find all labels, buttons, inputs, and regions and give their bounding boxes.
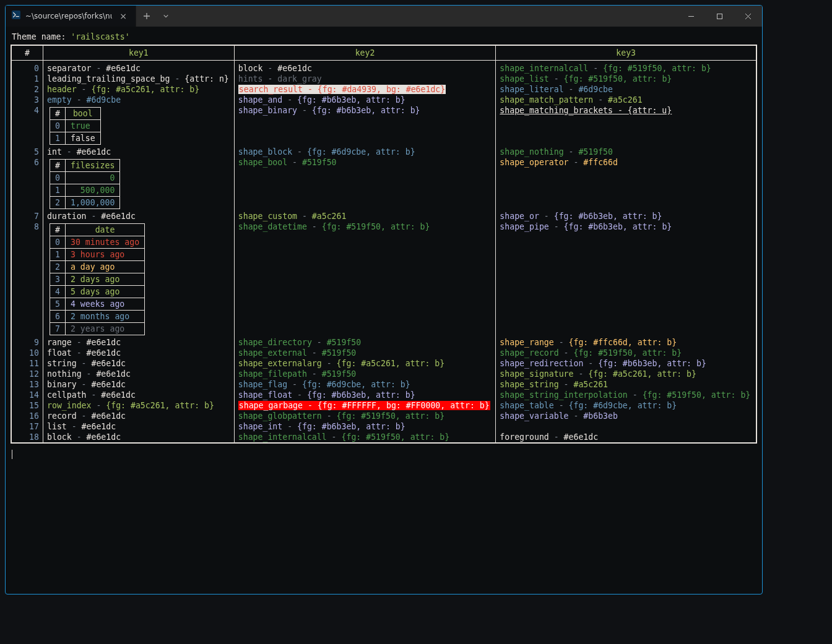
tab-active[interactable]: ~\source\repos\forks\nu_scrip × xyxy=(6,6,136,27)
col-key2: key2 xyxy=(234,45,496,61)
table-row: 13binary - #e6e1dcshape_flag - {fg: #6d9… xyxy=(11,379,756,390)
table-row: 10float - #e6e1dcshape_external - #519f5… xyxy=(11,348,756,358)
table-header-row: # key1 key2 key3 xyxy=(11,45,756,61)
tab-title: ~\source\repos\forks\nu_scrip xyxy=(25,11,112,22)
inner-date-table: #date030 minutes ago13 hours ago2a day a… xyxy=(50,223,145,335)
new-tab-button[interactable] xyxy=(136,6,157,27)
col-index: # xyxy=(11,45,43,61)
table-row: 16record - #e6e1dcshape_globpattern - {f… xyxy=(11,411,756,421)
titlebar-drag-area[interactable] xyxy=(175,6,677,27)
table-row: 12nothing - #e6e1dcshape_filepath - #519… xyxy=(11,369,756,379)
inner-bool-table: #bool0true1false xyxy=(50,107,101,145)
table-row: 18block - #e6e1dcshape_internalcall - {f… xyxy=(11,432,756,443)
table-row: 2header - {fg: #a5c261, attr: b}search_r… xyxy=(11,84,756,95)
terminal-body[interactable]: Theme name: 'railscasts' # key1 key2 key… xyxy=(6,27,762,594)
table-row: 3empty - #6d9cbeshape_and - {fg: #b6b3eb… xyxy=(11,95,756,105)
table-row: 1leading_trailing_space_bg - {attr: n}hi… xyxy=(11,74,756,84)
svg-rect-1 xyxy=(717,14,722,19)
col-key1: key1 xyxy=(43,45,235,61)
theme-table: # key1 key2 key3 0separator - #e6e1dcblo… xyxy=(11,45,757,444)
tab-dropdown-button[interactable] xyxy=(157,6,175,27)
close-window-button[interactable] xyxy=(734,6,762,27)
table-row: 15row_index - {fg: #a5c261, attr: b}shap… xyxy=(11,400,756,411)
theme-label: Theme name: xyxy=(12,32,66,41)
maximize-button[interactable] xyxy=(705,6,734,27)
titlebar: ~\source\repos\forks\nu_scrip × xyxy=(6,6,762,27)
inner-filesize-table: #filesizes0 01 500,00021,000,000 xyxy=(50,159,120,209)
table-row: 11string - #e6e1dcshape_externalarg - {f… xyxy=(11,358,756,369)
theme-name-line: Theme name: 'railscasts' xyxy=(12,32,757,42)
tab-close-icon[interactable]: × xyxy=(117,10,129,23)
table-row: 5int - #e6e1dcshape_block - {fg: #6d9cbe… xyxy=(11,147,756,157)
table-row: 7duration - #e6e1dcshape_custom - #a5c26… xyxy=(11,211,756,221)
table-row: 8#date030 minutes ago13 hours ago2a day … xyxy=(11,221,756,337)
col-key3: key3 xyxy=(496,45,756,61)
powershell-icon xyxy=(12,11,20,22)
table-row: 9range - #e6e1dcshape_directory - #519f5… xyxy=(11,337,756,348)
table-row: 0separator - #e6e1dcblock - #e6e1dcshape… xyxy=(11,63,756,74)
table-row: 17list - #e6e1dcshape_int - {fg: #b6b3eb… xyxy=(11,421,756,432)
table-row: 6#filesizes0 01 500,00021,000,000shape_b… xyxy=(11,157,756,211)
table-row: 14cellpath - #e6e1dcshape_float - {fg: #… xyxy=(11,390,756,400)
theme-value: 'railscasts' xyxy=(71,32,129,41)
svg-rect-0 xyxy=(12,11,20,19)
terminal-window: ~\source\repos\forks\nu_scrip × Theme na… xyxy=(5,5,763,595)
table-row: 4#bool0true1falseshape_binary - {fg: #b6… xyxy=(11,105,756,147)
cursor xyxy=(12,450,12,459)
minimize-button[interactable] xyxy=(677,6,705,27)
